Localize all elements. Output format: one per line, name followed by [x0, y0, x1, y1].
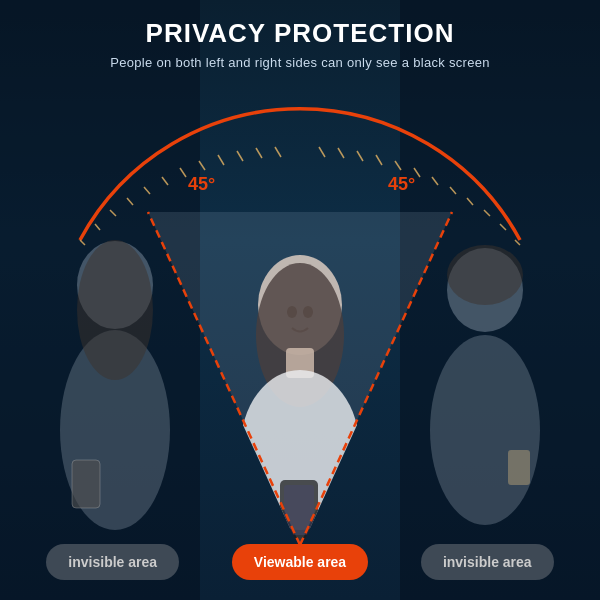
svg-text:45°: 45° [188, 174, 215, 194]
svg-marker-18 [148, 212, 452, 545]
main-container: 45° 45° PRIVACY PROTECTION People on bot… [0, 0, 600, 600]
svg-text:45°: 45° [388, 174, 415, 194]
page-subtitle: People on both left and right sides can … [110, 55, 490, 70]
svg-point-3 [77, 240, 153, 380]
svg-point-8 [447, 245, 523, 305]
svg-line-23 [110, 210, 116, 216]
svg-line-26 [162, 177, 168, 185]
svg-rect-4 [72, 460, 100, 508]
svg-line-22 [95, 224, 100, 230]
badge-viewable-center: Viewable area [232, 544, 368, 580]
svg-line-32 [275, 147, 281, 157]
svg-point-7 [430, 335, 540, 525]
svg-line-35 [357, 151, 363, 161]
svg-line-21 [80, 240, 85, 245]
svg-line-41 [467, 198, 473, 205]
header: PRIVACY PROTECTION People on both left a… [110, 0, 490, 76]
svg-line-40 [450, 187, 456, 194]
svg-line-25 [144, 187, 150, 194]
svg-line-27 [180, 168, 186, 177]
badge-invisible-left: invisible area [46, 544, 179, 580]
svg-line-42 [484, 210, 490, 216]
badges-row: invisible area Viewable area invisible a… [0, 544, 600, 580]
svg-line-24 [127, 198, 133, 205]
svg-line-29 [218, 155, 224, 165]
svg-line-37 [395, 161, 401, 170]
svg-line-30 [237, 151, 243, 161]
svg-line-34 [338, 148, 344, 158]
svg-line-33 [319, 147, 325, 157]
svg-line-28 [199, 161, 205, 170]
svg-line-36 [376, 155, 382, 165]
badge-invisible-right: invisible area [421, 544, 554, 580]
svg-line-39 [432, 177, 438, 185]
privacy-diagram: 45° 45° [0, 90, 600, 600]
svg-rect-9 [508, 450, 530, 485]
svg-line-31 [256, 148, 262, 158]
page-title: PRIVACY PROTECTION [110, 18, 490, 49]
svg-line-43 [500, 224, 506, 230]
svg-line-44 [515, 240, 520, 245]
